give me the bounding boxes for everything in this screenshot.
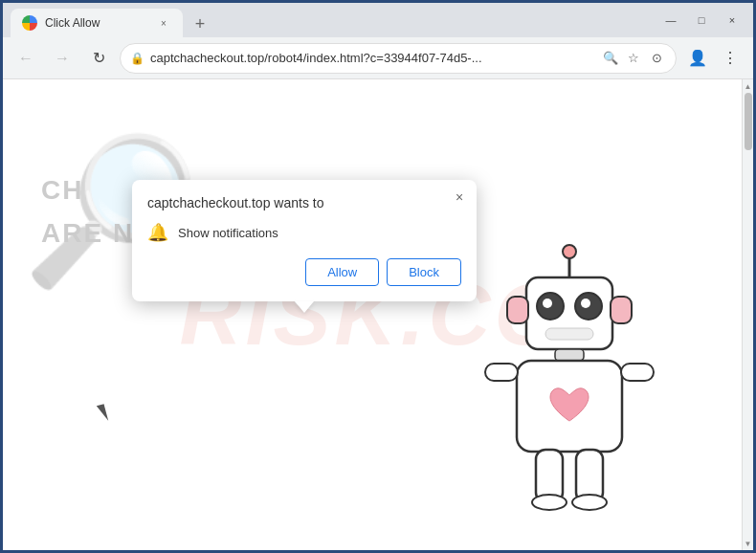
active-tab[interactable]: Click Allow × — [11, 9, 183, 37]
scroll-up-button[interactable]: ▲ — [744, 81, 753, 91]
allow-button[interactable]: Allow — [305, 258, 379, 286]
browser-window: Click Allow × + — □ × ← → ↻ 🔒 captchache… — [3, 3, 753, 550]
title-bar: Click Allow × + — □ × — [3, 3, 753, 37]
scrollbar[interactable]: ▲ ▼ — [742, 79, 753, 550]
svg-rect-7 — [545, 328, 593, 340]
svg-point-6 — [581, 299, 590, 308]
window-controls: — □ × — [657, 11, 745, 30]
url-text: captchacheckout.top/robot4/index.html?c=… — [150, 51, 595, 65]
svg-rect-13 — [621, 364, 654, 381]
popup-title: captchacheckout.top wants to — [147, 195, 461, 210]
svg-point-1 — [563, 245, 576, 258]
profile-download-icon[interactable]: ⊙ — [647, 49, 666, 68]
popup-notification-text: Show notifications — [178, 226, 278, 240]
popup-buttons: Allow Block — [147, 258, 461, 286]
svg-rect-8 — [507, 297, 528, 323]
address-icons: 🔍 ☆ ⊙ — [601, 49, 666, 68]
notification-popup: × captchacheckout.top wants to 🔔 Show no… — [132, 180, 477, 301]
security-lock-icon: 🔒 — [130, 52, 145, 65]
scroll-track[interactable] — [745, 93, 752, 537]
minimize-button[interactable]: — — [657, 11, 684, 30]
tab-strip: Click Allow × + — [11, 3, 657, 37]
menu-icon[interactable]: ⋮ — [715, 43, 745, 74]
reload-button[interactable]: ↻ — [83, 43, 114, 74]
block-button[interactable]: Block — [387, 258, 461, 286]
captcha-text-1: CH — [41, 175, 83, 206]
bookmark-icon[interactable]: ☆ — [624, 49, 643, 68]
toolbar-right: 👤 ⋮ — [682, 43, 745, 74]
tab-title: Click Allow — [45, 16, 148, 30]
robot-illustration — [474, 244, 684, 531]
svg-rect-10 — [555, 349, 584, 361]
address-bar[interactable]: 🔒 captchacheckout.top/robot4/index.html?… — [120, 43, 677, 74]
page-content: RISK.CO 🔍 CH ARE NOT A ROBOT. — [3, 79, 742, 550]
popup-close-button[interactable]: × — [450, 188, 469, 207]
scroll-down-button[interactable]: ▼ — [744, 539, 753, 548]
toolbar: ← → ↻ 🔒 captchacheckout.top/robot4/index… — [3, 37, 753, 79]
new-tab-button[interactable]: + — [187, 11, 213, 37]
svg-point-16 — [532, 495, 567, 510]
back-button[interactable]: ← — [11, 43, 41, 74]
forward-button[interactable]: → — [47, 43, 78, 74]
content-area: RISK.CO 🔍 CH ARE NOT A ROBOT. — [3, 79, 753, 550]
tab-close-button[interactable]: × — [156, 15, 171, 31]
close-button[interactable]: × — [719, 11, 745, 30]
svg-rect-9 — [611, 297, 632, 323]
tab-favicon — [22, 15, 37, 31]
svg-point-5 — [543, 299, 552, 308]
maximize-button[interactable]: □ — [688, 11, 715, 30]
search-icon[interactable]: 🔍 — [601, 49, 620, 68]
account-icon[interactable]: 👤 — [682, 43, 713, 74]
mouse-cursor — [97, 404, 108, 422]
bell-icon: 🔔 — [147, 222, 168, 243]
popup-tail — [295, 301, 314, 313]
popup-notification-row: 🔔 Show notifications — [147, 222, 461, 243]
svg-point-17 — [572, 495, 607, 510]
svg-rect-12 — [485, 364, 518, 381]
scroll-thumb[interactable] — [745, 93, 752, 150]
